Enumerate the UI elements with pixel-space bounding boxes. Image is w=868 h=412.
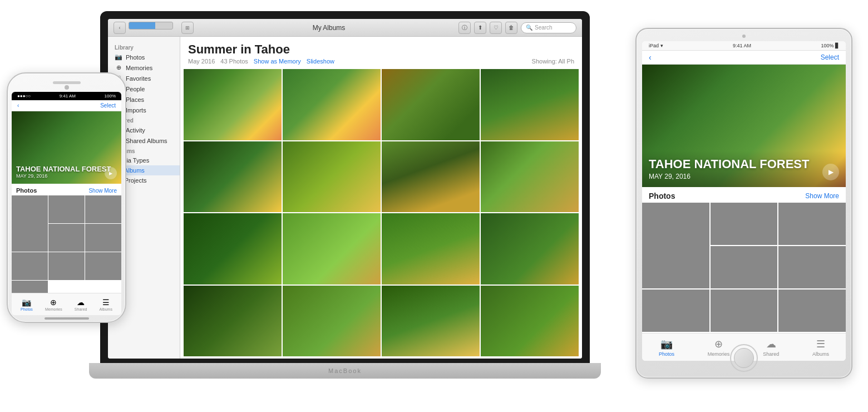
ipad-memory-hero[interactable]: TAHOE NATIONAL FOREST MAY 29, 2016 ▶ xyxy=(642,65,846,187)
ipad-nav-bar: ‹ Select xyxy=(642,51,846,65)
mac-back-button[interactable]: ‹ xyxy=(114,22,126,34)
sidebar-item-memories[interactable]: ⊕ Memories xyxy=(108,62,180,73)
ipad-back-button[interactable]: ‹ xyxy=(649,53,652,62)
showing-label: Showing: All Ph xyxy=(532,58,574,65)
ipad-photo-grid xyxy=(642,203,846,333)
ipad-show-more-link[interactable]: Show More xyxy=(805,192,839,200)
iphone-play-button[interactable]: ▶ xyxy=(105,167,117,179)
iphone-tab-shared[interactable]: ☁ Shared xyxy=(75,298,87,311)
iphone-photo-3[interactable] xyxy=(85,195,121,223)
mac-search-field[interactable]: 🔍 Search xyxy=(521,22,576,33)
mac-info-button[interactable]: ⓘ xyxy=(458,22,471,34)
photo-cell-1[interactable] xyxy=(184,69,282,140)
mac-share-button[interactable]: ⬆ xyxy=(474,22,486,34)
memories-icon: ⊕ xyxy=(115,64,122,71)
sidebar-item-photos[interactable]: 📷 Photos xyxy=(108,52,180,62)
iphone-tab-photos[interactable]: 📷 Photos xyxy=(21,298,33,311)
mac-album-title: Summer in Tahoe xyxy=(188,42,574,57)
mac-titlebar: ‹ ⊞ My Albums ⓘ ⬆ ♡ 🗑 🔍 Search xyxy=(108,19,582,37)
mac-grid-button[interactable]: ⊞ xyxy=(181,22,194,34)
iphone-memories-tab-icon: ⊕ xyxy=(50,298,57,307)
iphone-shared-tab-icon: ☁ xyxy=(77,298,85,307)
iphone-photo-2[interactable] xyxy=(48,195,85,223)
mac-delete-button[interactable]: 🗑 xyxy=(505,22,517,34)
iphone-photo-8[interactable] xyxy=(85,252,121,280)
photo-cell-2[interactable] xyxy=(283,69,381,140)
iphone-albums-tab-icon: ☰ xyxy=(102,298,110,307)
slideshow-link[interactable]: Slideshow xyxy=(307,58,334,65)
sidebar-favorites-label: Favorites xyxy=(126,75,151,82)
iphone-memory-hero[interactable]: TAHOE NATIONAL FOREST MAY 29, 2016 ▶ xyxy=(12,111,121,184)
mac-nav-buttons: ‹ ⊞ xyxy=(114,22,194,34)
mac-app-content: Library 📷 Photos ⊕ Memories ♡ Favorites xyxy=(108,37,582,359)
mac-window-title: My Albums xyxy=(199,24,458,32)
iphone-shell: ●●●○○ 9:41 AM 100% ‹ Select TAHOE NATION… xyxy=(7,72,126,323)
photo-cell-6[interactable] xyxy=(283,141,381,213)
ipad-photo-4[interactable] xyxy=(711,246,778,288)
mac-album-header: Summer in Tahoe May 2016 43 Photos Show … xyxy=(180,37,582,67)
photo-cell-4[interactable] xyxy=(481,69,579,140)
sidebar-photos-label: Photos xyxy=(126,54,145,61)
sidebar-shared-albums-label: Shared Albums xyxy=(126,138,167,144)
photo-cell-10[interactable] xyxy=(283,213,381,285)
iphone-photo-4[interactable] xyxy=(48,224,85,252)
ipad-status-bar: iPad ▾ 9:41 AM 100% ▊ xyxy=(642,41,846,51)
iphone-select-button[interactable]: Select xyxy=(100,102,116,109)
ipad-shared-tab-label: Shared xyxy=(763,351,779,357)
photo-cell-11[interactable] xyxy=(382,213,480,285)
iphone-show-more-link[interactable]: Show More xyxy=(88,188,117,194)
ipad-tab-photos[interactable]: 📷 Photos xyxy=(659,338,674,357)
search-placeholder: Search xyxy=(535,24,553,31)
ipad-tab-memories[interactable]: ⊕ Memories xyxy=(708,338,730,357)
iphone-photo-5[interactable] xyxy=(85,224,121,252)
iphone-back-button[interactable]: ‹ xyxy=(17,102,19,109)
iphone-home-indicator xyxy=(45,317,89,320)
search-icon: 🔍 xyxy=(526,24,532,31)
ipad-photo-6[interactable] xyxy=(642,290,709,332)
macbook-screen: ‹ ⊞ My Albums ⓘ ⬆ ♡ 🗑 🔍 Search xyxy=(108,19,582,359)
iphone-speaker xyxy=(53,81,81,84)
iphone-screen: ●●●○○ 9:41 AM 100% ‹ Select TAHOE NATION… xyxy=(12,92,121,315)
sidebar-people-label: People xyxy=(126,86,145,92)
album-month-year: May 2016 xyxy=(188,58,215,65)
ipad-photo-8[interactable] xyxy=(778,290,846,332)
photo-cell-5[interactable] xyxy=(184,141,282,213)
ipad-photo-5[interactable] xyxy=(778,246,846,288)
iphone-photo-9[interactable] xyxy=(12,281,48,293)
ipad-photo-1[interactable] xyxy=(642,203,709,288)
photo-cell-8[interactable] xyxy=(481,141,579,213)
iphone-photo-7[interactable] xyxy=(48,252,85,280)
ipad-play-button[interactable]: ▶ xyxy=(822,164,839,180)
ipad-select-button[interactable]: Select xyxy=(821,53,839,61)
macbook-base: MacBook xyxy=(89,363,601,379)
iphone-photo-1[interactable] xyxy=(12,195,48,252)
mac-main-content: Summer in Tahoe May 2016 43 Photos Show … xyxy=(180,37,582,359)
photo-cell-15[interactable] xyxy=(382,286,480,357)
iphone-tab-memories[interactable]: ⊕ Memories xyxy=(45,298,62,311)
mac-photo-grid xyxy=(180,67,582,359)
ipad-home-button[interactable] xyxy=(730,344,758,372)
iphone-photos-label: Photos xyxy=(16,187,37,194)
photo-cell-14[interactable] xyxy=(283,286,381,357)
ipad-photo-2[interactable] xyxy=(711,203,778,245)
iphone-tab-albums[interactable]: ☰ Albums xyxy=(100,298,112,311)
mac-heart-button[interactable]: ♡ xyxy=(490,22,502,34)
ipad-photo-3[interactable] xyxy=(778,203,846,245)
photo-cell-16[interactable] xyxy=(481,286,579,357)
iphone-photo-6[interactable] xyxy=(12,252,48,280)
photo-cell-13[interactable] xyxy=(184,286,282,357)
iphone-section-header: Photos Show More xyxy=(12,184,121,195)
mac-album-meta: May 2016 43 Photos Show as Memory Slides… xyxy=(188,58,574,65)
ipad-tab-albums[interactable]: ☰ Albums xyxy=(812,338,829,357)
photo-cell-9[interactable] xyxy=(184,213,282,285)
photo-cell-12[interactable] xyxy=(481,213,579,285)
ipad-photos-label: Photos xyxy=(649,192,675,200)
ipad-tab-shared[interactable]: ☁ Shared xyxy=(763,338,779,357)
photo-cell-3[interactable] xyxy=(382,69,480,140)
show-as-memory-link[interactable]: Show as Memory xyxy=(254,58,301,65)
photo-cell-7[interactable] xyxy=(382,141,480,213)
macbook-device: ‹ ⊞ My Albums ⓘ ⬆ ♡ 🗑 🔍 Search xyxy=(89,11,601,379)
ipad-photo-7[interactable] xyxy=(711,290,778,332)
scene: ‹ ⊞ My Albums ⓘ ⬆ ♡ 🗑 🔍 Search xyxy=(0,0,868,412)
iphone-photos-tab-label: Photos xyxy=(21,307,33,311)
